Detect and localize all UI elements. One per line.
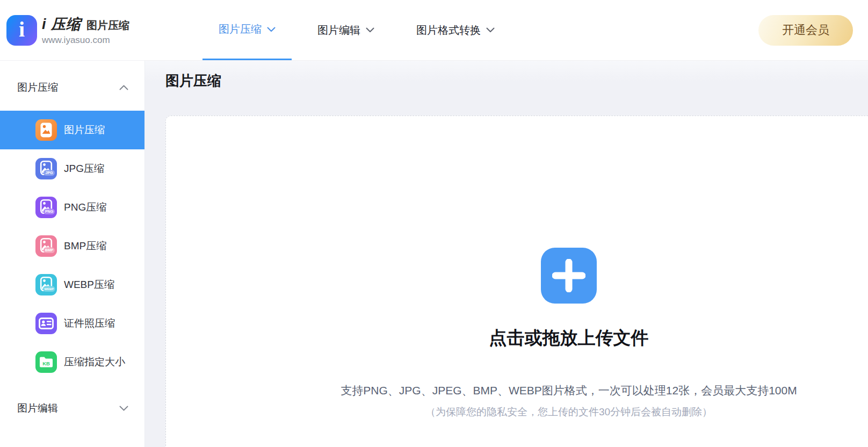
sidebar-item-compress-to-size[interactable]: KB 压缩指定大小 <box>0 343 144 381</box>
sidebar-item-image-compress[interactable]: 图片压缩 <box>0 111 144 149</box>
top-header: i i 压缩 图片压缩 www.iyasuo.com 图片压缩 图片编辑 图片格… <box>0 0 868 61</box>
sidebar-item-id-photo-compress[interactable]: 证件照压缩 <box>0 304 144 343</box>
png-compress-icon: PNG <box>35 197 57 218</box>
sidebar-menu: 图片压缩 JPG JPG压缩 <box>0 111 144 381</box>
upload-dropzone[interactable]: 点击或拖放上传文件 支持PNG、JPG、JPEG、BMP、WEBP图片格式，一次… <box>165 116 868 447</box>
upload-heading: 点击或拖放上传文件 <box>489 326 649 350</box>
upload-privacy-text: （为保障您的隐私安全，您上传的文件30分钟后会被自动删除） <box>425 405 712 419</box>
sidebar-item-label: WEBP压缩 <box>64 278 114 292</box>
nav-tab-format-convert[interactable]: 图片格式转换 <box>400 0 511 60</box>
sidebar-item-png-compress[interactable]: PNG PNG压缩 <box>0 188 144 227</box>
section-label: 图片编辑 <box>17 401 58 415</box>
svg-text:WEBP: WEBP <box>44 287 54 291</box>
sidebar-section-image-compress[interactable]: 图片压缩 <box>0 74 144 102</box>
add-files-plus-button[interactable] <box>541 248 597 304</box>
logo-text: i 压缩 图片压缩 www.iyasuo.com <box>42 15 129 46</box>
sidebar-section-image-edit[interactable]: 图片编辑 <box>0 394 144 422</box>
kb-size-icon: KB <box>35 351 57 373</box>
upload-support-text: 支持PNG、JPG、JPEG、BMP、WEBP图片格式，一次可以处理12张，会员… <box>341 383 797 398</box>
svg-text:PNG: PNG <box>45 210 54 213</box>
nav-tab-image-compress[interactable]: 图片压缩 <box>202 0 292 60</box>
sidebar-item-label: JPG压缩 <box>64 162 104 176</box>
webp-compress-icon: WEBP <box>35 274 57 295</box>
logo-i-icon: i <box>6 15 37 46</box>
chevron-down-icon <box>366 27 374 33</box>
nav-tab-label: 图片编辑 <box>317 23 360 38</box>
page-title: 图片压缩 <box>165 71 868 90</box>
logo-letter: i <box>19 19 25 40</box>
sidebar-item-label: PNG压缩 <box>64 200 106 214</box>
site-domain: www.iyasuo.com <box>42 35 129 46</box>
nav-tab-label: 图片格式转换 <box>416 23 481 38</box>
brand-name: i 压缩 <box>42 15 81 34</box>
image-compress-icon <box>35 119 57 141</box>
sidebar-item-label: 压缩指定大小 <box>64 355 125 369</box>
chevron-up-icon <box>119 85 128 90</box>
sidebar-item-jpg-compress[interactable]: JPG JPG压缩 <box>0 149 144 188</box>
sidebar-item-bmp-compress[interactable]: BMP BMP压缩 <box>0 227 144 265</box>
id-photo-icon <box>35 313 57 334</box>
brand-suffix: 图片压缩 <box>86 18 129 33</box>
chevron-down-icon <box>486 27 495 33</box>
svg-text:KB: KB <box>42 361 50 366</box>
sidebar: 图片压缩 图片压缩 <box>0 61 145 447</box>
nav-tab-image-edit[interactable]: 图片编辑 <box>301 0 390 60</box>
sidebar-item-label: BMP压缩 <box>64 239 106 253</box>
sidebar-item-label: 图片压缩 <box>64 123 105 137</box>
sidebar-item-webp-compress[interactable]: WEBP WEBP压缩 <box>0 265 144 304</box>
svg-text:JPG: JPG <box>45 171 53 175</box>
site-logo[interactable]: i i 压缩 图片压缩 www.iyasuo.com <box>6 15 168 46</box>
sidebar-item-label: 证件照压缩 <box>64 316 115 330</box>
plus-icon <box>552 259 585 292</box>
chevron-down-icon <box>119 406 128 411</box>
nav-tab-label: 图片压缩 <box>219 22 262 37</box>
chevron-down-icon <box>267 27 276 32</box>
bmp-compress-icon: BMP <box>35 235 57 257</box>
jpg-compress-icon: JPG <box>35 158 57 179</box>
main-nav: 图片压缩 图片编辑 图片格式转换 <box>198 0 516 60</box>
vip-membership-button[interactable]: 开通会员 <box>758 15 853 46</box>
main-content: 图片压缩 点击或拖放上传文件 支持PNG、JPG、JPEG、BMP、WEBP图片… <box>145 61 868 447</box>
svg-text:BMP: BMP <box>45 248 54 252</box>
section-label: 图片压缩 <box>17 81 58 95</box>
